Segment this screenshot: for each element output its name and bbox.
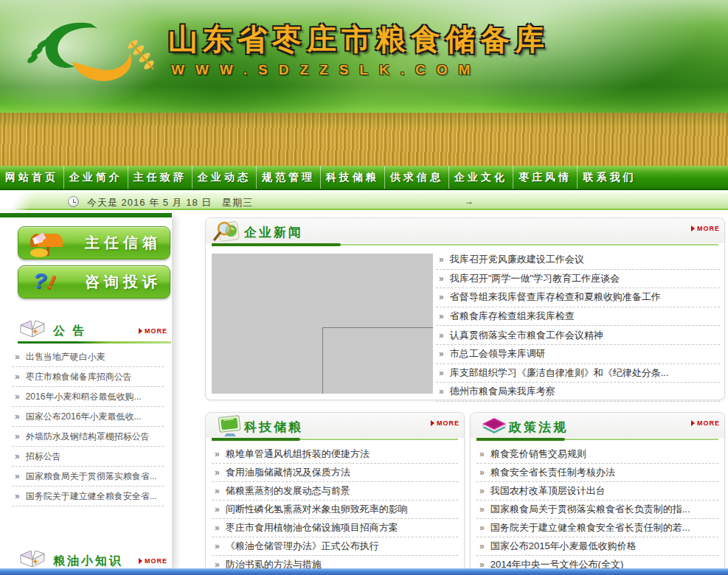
monitor-icon <box>213 414 246 438</box>
main-nav: 网站首页 企业简介 主任致辞 企业动态 规范管理 科技储粮 供求信息 企业文化 … <box>0 166 728 190</box>
news-photo-placeholder[interactable] <box>212 254 433 394</box>
notice-item[interactable]: »国家公布2016年小麦最低收... <box>12 407 164 427</box>
tech-item[interactable]: »间断性磷化氢熏蒸对米象虫卵致死率的影响 <box>212 501 458 519</box>
policy-title: 政策法规 <box>509 419 568 436</box>
policy-item[interactable]: »国务院关于建立健全粮食安全省长责任制的若... <box>476 519 718 537</box>
marquee-arrow-icon: → <box>465 196 474 206</box>
consult-complaint-label: 咨询投诉 <box>85 272 162 292</box>
nav-item-company-news[interactable]: 企业动态 <box>193 166 257 189</box>
tech-underline <box>212 438 458 441</box>
content-area: 主任信箱 ? ! 咨询投诉 公 告 <box>0 210 728 575</box>
wheat-logo-icon <box>21 16 161 94</box>
policy-item[interactable]: »粮食安全省长责任制考核办法 <box>476 464 718 482</box>
banner: 山东省枣庄市粮食储备库 WWW.SDZZSLK.COM <box>0 0 728 166</box>
page: 山东省枣庄市粮食储备库 WWW.SDZZSLK.COM 网站首页 企业简介 主任… <box>0 0 728 575</box>
director-mailbox-label: 主任信箱 <box>85 233 162 253</box>
news-item[interactable]: »我库召开党风廉政建设工作会议 <box>436 251 720 270</box>
bottom-window-edge <box>0 568 728 575</box>
tech-panel: 科技储粮 MORE »粮堆单管通风机组拆装的便捷方法 »食用油脂储藏情况及保质方… <box>205 412 465 575</box>
nav-item-management[interactable]: 规范管理 <box>257 166 321 189</box>
notice-item[interactable]: »外墙防水及钢结构罩棚招标公告 <box>12 427 164 447</box>
policy-item[interactable]: »我国农村改革顶层设计出台 <box>476 482 718 501</box>
tech-title: 科技储粮 <box>244 419 303 436</box>
pink-book-icon <box>478 414 510 438</box>
policy-panel: 政策法规 MORE »粮食竞价销售交易规则 »粮食安全省长责任制考核办法 »我国… <box>470 412 725 575</box>
nav-item-tech-storage[interactable]: 科技储粮 <box>321 166 385 189</box>
policy-item[interactable]: »粮食竞价销售交易规则 <box>476 445 718 464</box>
notice-title: 公 告 <box>53 324 86 339</box>
news-title: 企业新闻 <box>244 224 303 241</box>
policy-list: »粮食竞价销售交易规则 »粮食安全省长责任制考核办法 »我国农村改革顶层设计出台… <box>476 445 718 574</box>
mailbox-icon <box>27 228 69 259</box>
more-arrow-icon <box>139 558 142 564</box>
open-book-icon <box>18 548 47 570</box>
current-date: 今天是 2016 年 5 月 18 日 星期三 <box>87 196 253 209</box>
notice-item[interactable]: »2016年小麦和稻谷最低收购... <box>12 387 164 407</box>
news-panel-header: 企业新闻 MORE <box>206 218 724 243</box>
tech-more-link[interactable]: MORE <box>431 419 460 427</box>
notice-item[interactable]: »招标公告 <box>12 447 164 467</box>
news-list: »我库召开党风廉政建设工作会议 »我库召开"两学一做"学习教育工作座谈会 »省督… <box>436 251 720 402</box>
sidebar-top-bar <box>0 213 172 217</box>
policy-more-link[interactable]: MORE <box>691 419 720 427</box>
policy-item[interactable]: »国家公布2015年小麦最低收购价格 <box>476 537 718 556</box>
tech-list: »粮堆单管通风机组拆装的便捷方法 »食用油脂储藏情况及保质方法 »储粮熏蒸剂的发… <box>212 445 458 574</box>
news-item[interactable]: »库支部组织学习《廉洁自律准则》和《纪律处分条... <box>436 364 720 383</box>
tech-item[interactable]: »枣庄市食用植物油仓储设施项目招商方案 <box>212 519 458 537</box>
more-arrow-icon <box>431 420 434 426</box>
notice-more-link[interactable]: MORE <box>139 327 167 335</box>
more-arrow-icon <box>139 328 142 334</box>
nav-item-zaozhuang[interactable]: 枣庄风情 <box>513 166 578 189</box>
date-bar: 今天是 2016 年 5 月 18 日 星期三 → <box>0 192 728 210</box>
nav-item-director-speech[interactable]: 主任致辞 <box>128 166 193 189</box>
news-underline <box>212 243 718 246</box>
tech-item[interactable]: »粮堆单管通风机组拆装的便捷方法 <box>212 445 458 464</box>
news-panel: 企业新闻 MORE »我库召开党风廉政建设工作会议 »我库召开"两学一做"学习教… <box>205 217 725 400</box>
more-arrow-icon <box>691 420 695 426</box>
tech-item[interactable]: »储粮熏蒸剂的发展动态与前景 <box>212 482 458 501</box>
broken-image-lines <box>322 327 433 394</box>
site-title: 山东省枣庄市粮食储备库 <box>168 19 640 60</box>
notice-underline <box>18 341 171 344</box>
open-book-icon <box>18 318 47 340</box>
policy-underline <box>476 438 718 441</box>
clock-icon <box>68 196 79 207</box>
tech-item[interactable]: »《粮油仓储管理办法》正式公布执行 <box>212 537 458 556</box>
notice-list: »出售当地产硬白小麦 »枣庄市粮食储备库招商公告 »2016年小麦和稻谷最低收购… <box>12 347 164 506</box>
sidebar: 主任信箱 ? ! 咨询投诉 公 告 <box>0 213 172 575</box>
nav-item-supply-demand[interactable]: 供求信息 <box>385 166 449 189</box>
news-item[interactable]: »认真贯彻落实全市粮食工作会议精神 <box>436 326 720 345</box>
notice-item[interactable]: »国家粮食局关于贯彻落实粮食省... <box>12 467 164 487</box>
notice-item[interactable]: »枣庄市粮食储备库招商公告 <box>12 367 164 387</box>
tech-item[interactable]: »食用油脂储藏情况及保质方法 <box>212 464 458 482</box>
notice-item[interactable]: »国务院关于建立健全粮食安全省... <box>12 487 164 506</box>
nav-item-culture[interactable]: 企业文化 <box>449 166 513 189</box>
notice-item[interactable]: »出售当地产硬白小麦 <box>12 347 164 367</box>
nav-item-home[interactable]: 网站首页 <box>0 166 64 189</box>
datebar-curve-decoration <box>0 192 44 211</box>
question-exclamation-icon: ? ! <box>27 267 69 298</box>
notice-section-header: 公 告 MORE <box>0 321 172 343</box>
magnifier-news-icon <box>213 220 246 243</box>
news-item[interactable]: »德州市粮食局来我库考察 <box>436 383 720 402</box>
news-item[interactable]: »省督导组来我库督查库存检查和夏粮收购准备工作 <box>436 288 720 307</box>
director-mailbox-button[interactable]: 主任信箱 <box>18 226 170 259</box>
news-item[interactable]: »省粮食库存检查组来我库检查 <box>436 307 720 327</box>
consult-complaint-button[interactable]: ? ! 咨询投诉 <box>18 265 170 299</box>
news-item[interactable]: »市总工会领导来库调研 <box>436 345 720 364</box>
news-item[interactable]: »我库召开"两学一做"学习教育工作座谈会 <box>436 270 720 289</box>
site-url: WWW.SDZZSLK.COM <box>171 62 481 78</box>
knowledge-more-link[interactable]: MORE <box>139 557 167 565</box>
nav-item-contact[interactable]: 联系我们 <box>578 166 642 189</box>
news-more-link[interactable]: MORE <box>691 225 720 232</box>
knowledge-title: 粮油小知识 <box>53 554 123 569</box>
policy-item[interactable]: »国家粮食局关于贯彻落实粮食省长负责制的指... <box>476 501 718 519</box>
more-arrow-icon <box>691 226 695 231</box>
tech-panel-header: 科技储粮 MORE <box>206 413 464 438</box>
policy-panel-header: 政策法规 MORE <box>471 413 724 438</box>
nav-item-about[interactable]: 企业简介 <box>64 166 128 189</box>
